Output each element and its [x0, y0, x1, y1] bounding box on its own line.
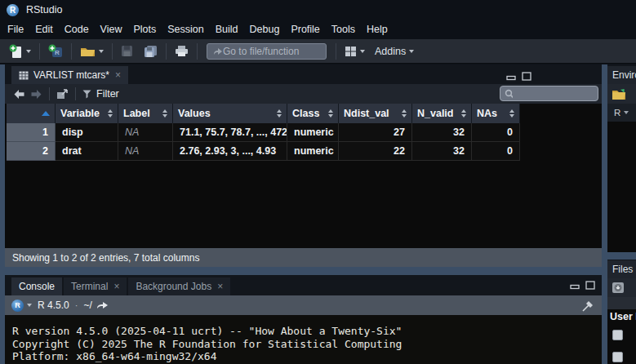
menu-view[interactable]: View [95, 20, 128, 39]
variable-table: Variable Label Values Class Ndist_val N_… [7, 104, 520, 161]
class-cell: numeric [287, 142, 339, 161]
filter-button-label[interactable]: Filter [96, 88, 119, 100]
menu-help[interactable]: Help [361, 20, 394, 39]
maximize-pane-icon[interactable] [522, 72, 531, 81]
toolbar-separator [71, 43, 72, 60]
table-status-bar: Showing 1 to 2 of 2 entries, 7 total col… [5, 248, 602, 267]
table-header-row: Variable Label Values Class Ndist_val N_… [7, 104, 520, 123]
table-row: 2 drat NA 2.76, 2.93, 3, ..., 4.93 numer… [7, 142, 520, 161]
col-label: Variable [60, 108, 100, 119]
save-all-icon [144, 45, 158, 58]
tab-background-jobs[interactable]: Background Jobs × [128, 277, 230, 295]
goto-file-box[interactable] [207, 43, 327, 60]
col-header-label[interactable]: Label [118, 104, 173, 123]
print-icon [175, 45, 189, 57]
open-file-caret-icon [99, 50, 104, 53]
environment-pane: Environment R [607, 64, 636, 252]
tab-environment[interactable]: Environment [607, 66, 636, 84]
table-search-box[interactable] [500, 86, 598, 101]
workspace: VARLIST mtcars* × [0, 64, 636, 364]
console-tab-label: Console [19, 281, 55, 292]
tab-terminal[interactable]: Terminal × [64, 277, 127, 295]
values-cell: 71.1, 75.7, 78.7, ..., 472 [173, 123, 287, 142]
clear-console-broom-icon[interactable] [582, 300, 595, 312]
open-file-button[interactable] [80, 45, 104, 58]
environment-tab-label: Environment [612, 69, 636, 81]
menu-profile[interactable]: Profile [285, 20, 325, 39]
back-arrow-icon[interactable] [13, 89, 25, 100]
n-valid-cell: 32 [412, 142, 472, 161]
menu-build[interactable]: Build [210, 20, 244, 39]
r-version-caret-icon[interactable] [27, 304, 32, 307]
menu-edit[interactable]: Edit [29, 20, 59, 39]
viewer-pane-buttons [506, 72, 531, 81]
col-label: Class [292, 108, 319, 119]
sort-both-icon [108, 109, 113, 118]
save-button[interactable] [121, 45, 133, 57]
toolbar-separator [166, 43, 167, 60]
title-bar: R RStudio [0, 0, 636, 20]
console-pane: Console Terminal × Background Jobs × [5, 275, 602, 364]
menu-plots[interactable]: Plots [127, 20, 162, 39]
import-dataset-folder-icon[interactable] [612, 88, 628, 100]
label-cell: NA [118, 123, 173, 142]
install-packages-icon[interactable] [612, 281, 625, 295]
menu-tools[interactable]: Tools [326, 20, 361, 39]
maximize-pane-icon[interactable] [585, 281, 595, 290]
tab-files[interactable]: Files [607, 260, 636, 278]
filter-funnel-icon[interactable] [82, 90, 91, 99]
new-file-caret-icon [26, 50, 31, 53]
minimize-pane-icon[interactable] [506, 72, 516, 81]
open-in-window-icon[interactable] [56, 89, 69, 100]
print-button[interactable] [175, 45, 189, 57]
table-search-input[interactable] [516, 88, 594, 100]
sort-ascending-icon [42, 111, 50, 116]
rstudio-logo-icon: R [7, 4, 19, 16]
new-project-icon: R [48, 44, 63, 59]
col-header-values[interactable]: Values [173, 104, 287, 123]
col-header-ndist-val[interactable]: Ndist_val [339, 104, 412, 123]
goto-file-input[interactable] [223, 46, 317, 57]
n-valid-cell: 32 [412, 123, 472, 142]
sort-both-icon [162, 109, 167, 118]
working-directory[interactable]: ~/ [83, 300, 91, 311]
tab-console[interactable]: Console [11, 277, 62, 295]
new-file-button[interactable] [9, 44, 31, 59]
menu-session[interactable]: Session [162, 20, 209, 39]
nas-cell: 0 [472, 142, 520, 161]
close-tab-icon[interactable]: × [217, 281, 223, 292]
col-header-rownum[interactable] [7, 104, 56, 123]
new-project-button[interactable]: R [48, 44, 63, 59]
menu-debug[interactable]: Debug [244, 20, 286, 39]
forward-arrow-icon[interactable] [30, 89, 42, 100]
panes-layout-button[interactable] [345, 46, 365, 57]
jobs-tab-label: Background Jobs [136, 281, 211, 292]
col-header-variable[interactable]: Variable [56, 104, 118, 123]
package-checkbox[interactable] [612, 352, 623, 362]
data-grid-icon [19, 71, 29, 80]
menu-code[interactable]: Code [59, 20, 95, 39]
console-output[interactable]: R version 4.5.0 (2025-04-11 ucrt) -- "Ho… [5, 315, 602, 364]
addins-button[interactable]: Addins [370, 46, 414, 57]
separator-dot: · [75, 300, 78, 310]
packages-subheader [607, 297, 636, 309]
minimize-pane-icon[interactable] [570, 281, 580, 290]
svg-text:R: R [55, 49, 60, 56]
go-to-directory-icon[interactable] [96, 300, 109, 310]
save-all-button[interactable] [144, 45, 158, 58]
goto-arrow-icon [212, 47, 223, 55]
tab-varlist-mtcars[interactable]: VARLIST mtcars* × [11, 66, 128, 84]
menu-file[interactable]: File [2, 20, 29, 39]
main-toolbar: R [0, 39, 636, 64]
toolbar-separator [336, 43, 336, 60]
col-header-class[interactable]: Class [287, 104, 339, 123]
close-tab-icon[interactable]: × [115, 69, 121, 81]
col-header-nas[interactable]: NAs [472, 104, 520, 123]
package-checkbox[interactable] [612, 330, 623, 340]
col-header-n-valid[interactable]: N_valid [412, 104, 472, 123]
environment-language-selector[interactable]: R [607, 104, 636, 122]
close-tab-icon[interactable]: × [113, 281, 119, 292]
console-pane-buttons [570, 281, 595, 290]
sort-both-icon [509, 109, 514, 118]
sort-both-icon [461, 109, 466, 118]
